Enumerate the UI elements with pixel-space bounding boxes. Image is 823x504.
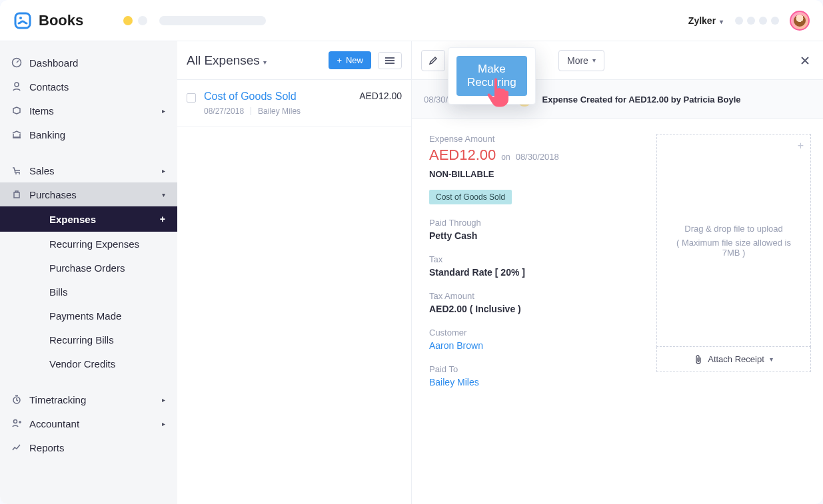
topbar-action[interactable] xyxy=(747,17,755,25)
button-label: Attach Receipt xyxy=(708,354,764,364)
sidebar-item-items[interactable]: Items ▸ xyxy=(0,99,177,123)
sidebar-item-label: Purchases xyxy=(29,189,77,200)
topbar-action[interactable] xyxy=(735,17,743,25)
make-recurring-popup: Make Recurring xyxy=(448,47,536,105)
row-date: 08/27/2018 xyxy=(204,107,244,116)
books-logo-icon xyxy=(13,11,32,30)
sidebar-subitem-bills[interactable]: Bills xyxy=(0,280,177,304)
items-icon xyxy=(11,105,23,117)
edit-button[interactable] xyxy=(421,50,445,71)
detail-toolbar: Make Recurring More ▾ xyxy=(412,41,823,80)
sales-icon xyxy=(11,164,23,176)
dashboard-icon xyxy=(11,57,23,69)
caret-down-icon: ▾ xyxy=(263,59,267,66)
close-button[interactable] xyxy=(796,52,814,69)
customer-link[interactable]: Aaron Brown xyxy=(429,340,636,351)
topbar-actions xyxy=(735,17,779,25)
sidebar-item-label: Sales xyxy=(29,165,55,176)
sidebar-item-sales[interactable]: Sales ▸ xyxy=(0,158,177,182)
list-view-options-button[interactable] xyxy=(378,52,402,69)
sidebar-item-label: Items xyxy=(29,105,54,117)
sidebar-subitem-vendor-credits[interactable]: Vendor Credits xyxy=(0,352,177,376)
svg-point-1 xyxy=(19,17,22,19)
chevron-right-icon: ▸ xyxy=(162,107,165,115)
caret-down-icon: ▾ xyxy=(770,356,773,363)
row-checkbox[interactable] xyxy=(187,93,196,103)
sidebar-item-accountant[interactable]: Accountant ▸ xyxy=(0,411,177,435)
sidebar-item-label: Contacts xyxy=(29,81,69,93)
accountant-icon xyxy=(11,417,23,429)
sidebar-item-label: Recurring Bills xyxy=(49,334,114,346)
expense-list: All Expenses ▾ + New Cost of Goods Sold xyxy=(177,41,412,504)
sidebar-item-banking[interactable]: Banking xyxy=(0,123,177,146)
topbar-action[interactable] xyxy=(759,17,767,25)
purchases-icon xyxy=(11,188,23,200)
sidebar-item-dashboard[interactable]: Dashboard xyxy=(0,51,177,75)
button-label: Make Recurring xyxy=(467,63,516,89)
make-recurring-button[interactable]: Make Recurring xyxy=(456,56,527,96)
clock-icon xyxy=(11,393,23,405)
list-row[interactable]: Cost of Goods Sold 08/27/2018 Bailey Mil… xyxy=(177,80,411,127)
sidebar-item-label: Banking xyxy=(29,129,65,140)
avatar[interactable] xyxy=(790,11,810,31)
list-title[interactable]: All Expenses ▾ xyxy=(187,53,267,68)
sidebar-subitem-recurring-expenses[interactable]: Recurring Expenses xyxy=(0,232,177,256)
topbar: Books Zylker ▾ xyxy=(0,0,823,41)
paid-to-label: Paid To xyxy=(429,364,636,374)
row-user: Bailey Miles xyxy=(258,107,301,116)
plus-icon: + xyxy=(798,140,804,152)
window-button[interactable] xyxy=(138,16,147,25)
sidebar-item-label: Payments Made xyxy=(49,310,121,322)
sidebar-item-label: Reports xyxy=(29,442,65,453)
sidebar-item-reports[interactable]: Reports xyxy=(0,435,177,459)
sidebar-item-label: Timetracking xyxy=(29,394,86,405)
svg-point-3 xyxy=(15,83,19,87)
sidebar: Dashboard Contacts Items ▸ Banking Sales… xyxy=(0,41,177,504)
org-switcher[interactable]: Zylker ▾ xyxy=(688,15,723,26)
button-label: New xyxy=(346,55,363,65)
button-label: More xyxy=(567,55,588,66)
new-button[interactable]: + New xyxy=(329,51,371,69)
amount-value: AED12.00 on 08/30/2018 xyxy=(429,146,636,164)
sidebar-item-label: Vendor Credits xyxy=(49,358,115,370)
sidebar-item-label: Purchase Orders xyxy=(49,262,125,274)
plus-icon[interactable]: + xyxy=(160,214,165,224)
sidebar-item-label: Bills xyxy=(49,286,68,298)
non-billable-badge: NON-BILLABLE xyxy=(429,169,636,179)
customer-label: Customer xyxy=(429,328,636,338)
paid-through-label: Paid Through xyxy=(429,218,636,228)
paid-to-link[interactable]: Bailey Miles xyxy=(429,377,636,387)
dropzone-subtext: ( Maximum file size allowed is 7MB ) xyxy=(666,238,801,258)
caret-down-icon: ▾ xyxy=(162,191,165,198)
dropzone-text: Drag & drop file to upload xyxy=(684,224,782,234)
url-skeleton xyxy=(159,16,266,25)
attach-receipt-button[interactable]: Attach Receipt ▾ xyxy=(656,347,811,372)
sidebar-item-label: Dashboard xyxy=(29,57,78,69)
sidebar-item-purchases[interactable]: Purchases ▾ xyxy=(0,182,177,206)
caret-down-icon: ▾ xyxy=(592,57,596,64)
file-dropzone[interactable]: + Drag & drop file to upload ( Maximum f… xyxy=(656,134,811,347)
sidebar-item-label: Expenses xyxy=(49,214,96,225)
paperclip-icon xyxy=(694,355,702,364)
sidebar-subitem-payments-made[interactable]: Payments Made xyxy=(0,304,177,328)
tax-amount-label: Tax Amount xyxy=(429,291,636,301)
org-name: Zylker xyxy=(688,15,716,26)
close-icon xyxy=(800,56,810,65)
tax-label: Tax xyxy=(429,254,636,264)
window-button[interactable] xyxy=(123,16,133,25)
topbar-action[interactable] xyxy=(771,17,779,25)
svg-point-5 xyxy=(19,173,20,174)
sidebar-item-contacts[interactable]: Contacts xyxy=(0,75,177,99)
sidebar-item-label: Accountant xyxy=(29,418,79,429)
sidebar-subitem-expenses[interactable]: Expenses + xyxy=(0,206,177,232)
sidebar-subitem-recurring-bills[interactable]: Recurring Bills xyxy=(0,328,177,352)
sidebar-item-label: Recurring Expenses xyxy=(49,238,139,250)
more-menu[interactable]: More ▾ xyxy=(558,50,604,71)
chevron-right-icon: ▸ xyxy=(162,167,165,174)
sidebar-item-timetracking[interactable]: Timetracking ▸ xyxy=(0,387,177,411)
row-amount: AED12.00 xyxy=(359,91,402,101)
pencil-icon xyxy=(428,55,438,66)
sidebar-subitem-purchase-orders[interactable]: Purchase Orders xyxy=(0,256,177,280)
chevron-right-icon: ▸ xyxy=(162,420,165,427)
tax-value: Standard Rate [ 20% ] xyxy=(429,267,636,278)
